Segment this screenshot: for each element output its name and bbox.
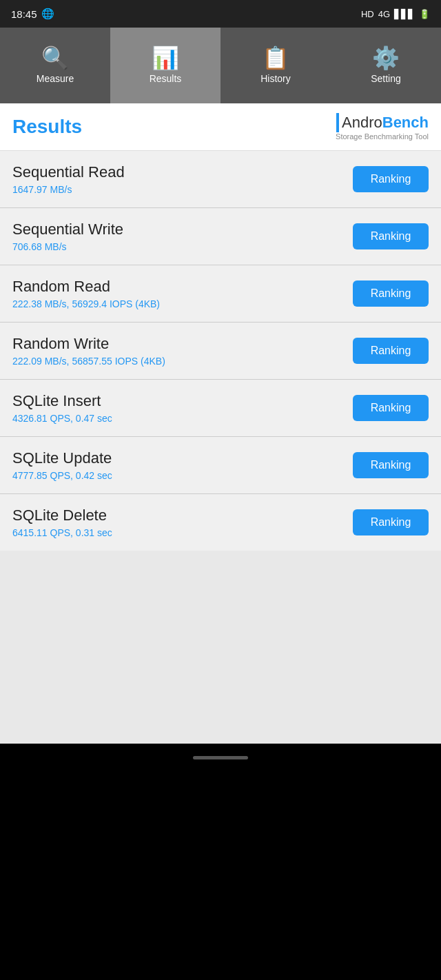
result-name-sqlite-delete: SQLite Delete [12,507,353,524]
status-bar: 18:45 🌐 HD 4G ▋▋▋ 🔋 [0,0,441,28]
brand-logo: AndroBench Storage Benchmarking Tool [336,113,429,141]
result-name-random-read: Random Read [12,278,353,296]
measure-icon: 🔍 [41,47,69,69]
brand-bench: Bench [382,114,429,131]
result-info-sequential-read: Sequential Read 1647.97 MB/s [12,163,353,195]
tab-setting[interactable]: ⚙️ Setting [331,28,441,103]
tab-measure[interactable]: 🔍 Measure [0,28,110,103]
result-item-sqlite-insert: SQLite Insert 4326.81 QPS, 0.47 sec Rank… [0,380,441,437]
tab-measure-label: Measure [37,73,74,84]
result-item-random-write: Random Write 222.09 MB/s, 56857.55 IOPS … [0,323,441,380]
result-info-sqlite-insert: SQLite Insert 4326.81 QPS, 0.47 sec [12,392,353,424]
bottom-area [0,551,441,744]
history-icon: 📋 [262,47,289,69]
result-value-sqlite-update: 4777.85 QPS, 0.42 sec [12,470,353,481]
result-item-sqlite-update: SQLite Update 4777.85 QPS, 0.42 sec Rank… [0,437,441,494]
signal-icon: ▋▋▋ [394,9,415,19]
scroll-bar [193,756,248,759]
result-item-random-read: Random Read 222.38 MB/s, 56929.4 IOPS (4… [0,265,441,323]
results-list: Sequential Read 1647.97 MB/s Ranking Seq… [0,151,441,551]
status-network-icon: 🌐 [41,8,54,20]
result-name-random-write: Random Write [12,335,353,353]
result-value-sequential-read: 1647.97 MB/s [12,184,353,195]
ranking-button-sequential-write[interactable]: Ranking [353,223,429,249]
ranking-button-sequential-read[interactable]: Ranking [353,166,429,192]
brand-subtitle: Storage Benchmarking Tool [336,132,429,141]
tab-setting-label: Setting [371,73,401,84]
result-info-random-read: Random Read 222.38 MB/s, 56929.4 IOPS (4… [12,278,353,309]
result-item-sqlite-delete: SQLite Delete 6415.11 QPS, 0.31 sec Rank… [0,494,441,551]
page-title: Results [12,116,82,138]
result-info-sqlite-delete: SQLite Delete 6415.11 QPS, 0.31 sec [12,507,353,538]
nav-tabs: 🔍 Measure 📊 Results 📋 History ⚙️ Setting [0,28,441,103]
brand-andro: Andro [342,114,382,131]
result-value-random-read: 222.38 MB/s, 56929.4 IOPS (4KB) [12,298,353,309]
result-info-random-write: Random Write 222.09 MB/s, 56857.55 IOPS … [12,335,353,367]
ranking-button-random-read[interactable]: Ranking [353,280,429,307]
ranking-button-sqlite-insert[interactable]: Ranking [353,395,429,421]
result-item-sequential-write: Sequential Write 706.68 MB/s Ranking [0,208,441,265]
status-time: 18:45 [11,8,37,20]
result-value-sqlite-insert: 4326.81 QPS, 0.47 sec [12,413,353,424]
result-value-sqlite-delete: 6415.11 QPS, 0.31 sec [12,527,353,538]
tab-results[interactable]: 📊 Results [110,28,220,103]
results-header: Results AndroBench Storage Benchmarking … [0,103,441,151]
ranking-button-random-write[interactable]: Ranking [353,338,429,364]
result-name-sqlite-update: SQLite Update [12,449,353,467]
scroll-indicator [0,744,441,771]
tab-history-label: History [260,73,291,84]
result-name-sequential-read: Sequential Read [12,163,353,181]
result-value-sequential-write: 706.68 MB/s [12,241,353,252]
brand-bar [336,113,339,132]
setting-icon: ⚙️ [372,47,400,69]
brand-name: AndroBench [342,114,429,132]
status-4g: 4G [378,9,390,19]
status-right: HD 4G ▋▋▋ 🔋 [361,9,430,19]
ranking-button-sqlite-delete[interactable]: Ranking [353,509,429,535]
status-hd: HD [361,9,374,19]
result-name-sqlite-insert: SQLite Insert [12,392,353,410]
status-left: 18:45 🌐 [11,8,54,20]
tab-results-label: Results [150,73,182,84]
result-item-sequential-read: Sequential Read 1647.97 MB/s Ranking [0,151,441,208]
result-name-sequential-write: Sequential Write [12,221,353,238]
result-info-sequential-write: Sequential Write 706.68 MB/s [12,221,353,252]
ranking-button-sqlite-update[interactable]: Ranking [353,452,429,478]
battery-icon: 🔋 [419,9,430,19]
results-icon: 📊 [152,47,179,69]
tab-history[interactable]: 📋 History [220,28,331,103]
result-info-sqlite-update: SQLite Update 4777.85 QPS, 0.42 sec [12,449,353,481]
result-value-random-write: 222.09 MB/s, 56857.55 IOPS (4KB) [12,356,353,367]
